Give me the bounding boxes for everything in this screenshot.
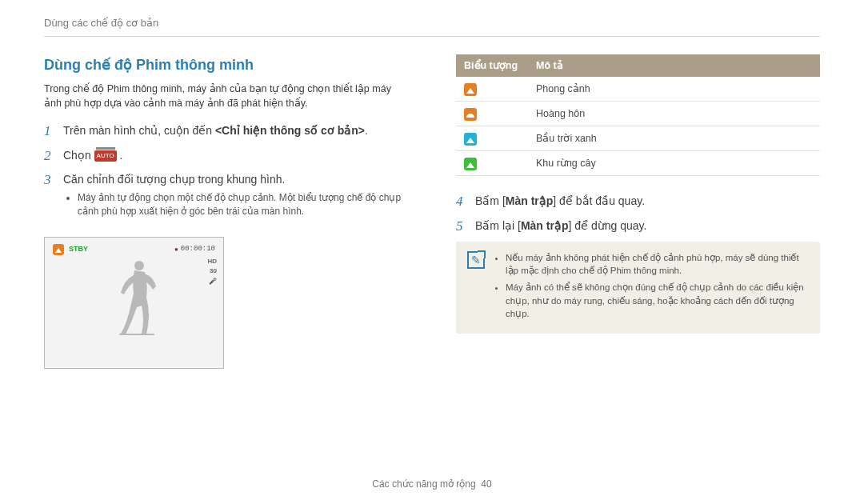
step-5-text-c: ] để dừng quay.	[568, 219, 646, 232]
note-icon: ✎	[467, 251, 485, 269]
left-column: Dùng chế độ Phim thông minh Trong chế độ…	[44, 54, 408, 369]
auto-mode-icon: AUTO	[94, 150, 117, 162]
table-row: Phong cảnh	[456, 77, 820, 102]
right-column: Biểu tượng Mô tả Phong cảnh Hoàng hôn Bầ…	[456, 54, 820, 369]
step-4-text-a: Bấm [	[475, 194, 506, 207]
note-item: Nếu máy ảnh không phát hiện chế độ cảnh …	[506, 251, 809, 278]
svg-point-0	[134, 261, 144, 270]
svg-rect-1	[119, 334, 154, 335]
icon-table: Biểu tượng Mô tả Phong cảnh Hoàng hôn Bầ…	[456, 54, 820, 177]
step-2: 2 Chọn AUTO .	[44, 146, 408, 166]
row-label: Hoàng hôn	[528, 102, 820, 126]
step-4: 4 Bấm [Màn trập] để bắt đầu quay.	[456, 192, 820, 212]
breadcrumb: Dùng các chế độ cơ bản	[44, 16, 820, 37]
step-5: 5 Bấm lại [Màn trập] để dừng quay.	[456, 217, 820, 237]
step-1-highlight: <Chỉ hiện thông số cơ bản>	[215, 124, 365, 137]
step-number: 1	[44, 122, 55, 142]
step-1-text-c: .	[365, 124, 368, 137]
note-box: ✎ Nếu máy ảnh không phát hiện chế độ cản…	[456, 242, 820, 334]
timecode-value: 00:00:10	[181, 244, 215, 254]
step-5-highlight: Màn trập	[521, 219, 569, 232]
table-row: Bầu trời xanh	[456, 126, 820, 151]
page-footer: Các chức năng mở rộng 40	[0, 478, 864, 491]
row-label: Bầu trời xanh	[528, 126, 820, 151]
col-header-icon: Biểu tượng	[456, 54, 528, 77]
step-1: 1 Trên màn hình chủ, cuộn đến <Chỉ hiện …	[44, 122, 408, 142]
record-dot-icon: ●	[174, 245, 178, 254]
hd-indicator: HD	[207, 258, 217, 266]
mic-off-icon: 🎤	[209, 278, 217, 286]
sky-icon	[464, 133, 477, 146]
col-header-desc: Mô tả	[528, 54, 820, 77]
fps-indicator: 30	[210, 268, 217, 275]
table-row: Hoàng hôn	[456, 102, 820, 126]
step-3-text: Căn chỉnh đối tượng chụp trong khung hìn…	[63, 173, 285, 186]
footer-section: Các chức năng mở rộng	[372, 478, 475, 490]
section-heading: Dùng chế độ Phim thông minh	[44, 54, 408, 75]
forest-icon	[464, 158, 477, 170]
skater-silhouette-icon	[118, 258, 158, 338]
note-item: Máy ảnh có thể sẽ không chọn đúng chế độ…	[506, 281, 809, 321]
page-number: 40	[481, 478, 491, 490]
timecode: ● 00:00:10	[174, 244, 215, 254]
step-number: 3	[44, 170, 55, 226]
stby-indicator: STBY	[69, 244, 88, 254]
row-label: Phong cảnh	[528, 77, 820, 102]
landscape-icon	[464, 83, 477, 96]
step-2-text-a: Chọn	[63, 149, 94, 162]
step-3-substep: Máy ảnh tự động chọn một chế độ chụp cản…	[78, 191, 408, 219]
table-row: Khu rừng cây	[456, 151, 820, 176]
step-3: 3 Căn chỉnh đối tượng chụp trong khung h…	[44, 170, 408, 226]
step-number: 2	[44, 146, 55, 166]
step-4-highlight: Màn trập	[506, 194, 554, 207]
step-number: 4	[456, 192, 467, 212]
intro-text: Trong chế độ Phim thông minh, máy ảnh củ…	[44, 82, 408, 110]
step-2-text-b: .	[120, 149, 123, 162]
row-label: Khu rừng cây	[528, 151, 820, 176]
scene-mode-icon	[53, 244, 64, 255]
sunset-icon	[464, 108, 477, 121]
step-1-text-a: Trên màn hình chủ, cuộn đến	[63, 124, 215, 137]
camera-preview: STBY ● 00:00:10 HD 30 🎤	[44, 237, 224, 369]
step-number: 5	[456, 217, 467, 237]
step-4-text-c: ] để bắt đầu quay.	[553, 194, 645, 207]
step-5-text-a: Bấm lại [	[475, 219, 521, 232]
